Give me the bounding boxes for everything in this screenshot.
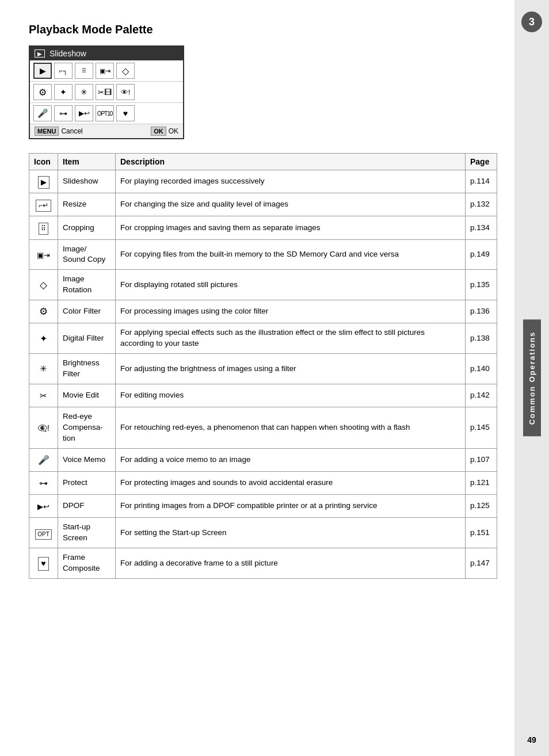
cancel-label: Cancel <box>61 127 82 135</box>
page-number: 49 <box>527 735 536 744</box>
table-cell-icon: ⠿ <box>29 216 58 239</box>
table-cell-icon: ▶ <box>29 170 58 193</box>
table-row: ◇Image RotationFor displaying rotated st… <box>29 270 497 300</box>
table-cell-icon: ✂ <box>29 384 58 407</box>
ok-group: OK OK <box>151 127 178 136</box>
table-row: ▣⇥Image/ Sound CopyFor copying files fro… <box>29 239 497 270</box>
table-cell-description: For printing images from a DPOF compatib… <box>116 495 466 518</box>
table-cell-icon: ⊶ <box>29 471 58 494</box>
palette-row-2: ⚙ ✦ ✳ ✂🎞 👁! <box>30 82 183 103</box>
table-row: ✳Brightness FilterFor adjusting the brig… <box>29 354 497 384</box>
table-cell-page: p.107 <box>466 448 497 471</box>
table-cell-page: p.132 <box>466 193 497 216</box>
palette-icon-copy[interactable]: ▣⇥ <box>96 63 114 79</box>
table-cell-item: Protect <box>58 471 116 494</box>
table-row: ⚙Color FilterFor processing images using… <box>29 300 497 323</box>
right-sidebar: 3 Common Operations 49 <box>514 0 549 756</box>
table-cell-page: p.147 <box>466 548 497 579</box>
ok-label: OK <box>169 127 178 135</box>
table-cell-icon: OPT <box>29 518 58 548</box>
col-header-item: Item <box>58 154 116 170</box>
table-cell-item: Movie Edit <box>58 384 116 407</box>
table-cell-icon: ▶↩ <box>29 495 58 518</box>
table-row: ⌐↵ResizeFor changing the size and qualit… <box>29 193 497 216</box>
table-cell-item: Resize <box>58 193 116 216</box>
palette-icon-startup[interactable]: OPT10 <box>96 105 114 121</box>
table-cell-description: For editing movies <box>116 384 466 407</box>
palette-icon-frame[interactable]: ♥ <box>116 105 135 121</box>
menu-key-badge: MENU <box>35 127 59 136</box>
table-row: OPTStart-up ScreenFor setting the Start-… <box>29 518 497 548</box>
table-row: 🎤Voice MemoFor adding a voice memo to an… <box>29 448 497 471</box>
table-row: ✂Movie EditFor editing moviesp.142 <box>29 384 497 407</box>
palette-icon-resize[interactable]: ⌐┐ <box>54 63 73 79</box>
table-cell-description: For processing images using the color fi… <box>116 300 466 323</box>
table-cell-icon: ▣⇥ <box>29 239 58 270</box>
table-cell-description: For playing recorded images successively <box>116 170 466 193</box>
col-header-icon: Icon <box>29 154 58 170</box>
table-cell-item: Slideshow <box>58 170 116 193</box>
table-cell-item: Frame Composite <box>58 548 116 579</box>
table-cell-description: For adding a decorative frame to a still… <box>116 548 466 579</box>
table-cell-description: For changing the size and quality level … <box>116 193 466 216</box>
table-row: ✦Digital FilterFor applying special effe… <box>29 323 497 354</box>
table-cell-icon: ⚙ <box>29 300 58 323</box>
table-cell-page: p.138 <box>466 323 497 354</box>
palette-icon-dpof[interactable]: ▶↩ <box>75 105 93 121</box>
cancel-group: MENU Cancel <box>35 127 83 136</box>
table-cell-description: For setting the Start-up Screen <box>116 518 466 548</box>
palette-icon-movie-edit[interactable]: ✂🎞 <box>96 84 114 100</box>
table-cell-description: For displaying rotated still pictures <box>116 270 466 300</box>
table-cell-icon: ✦ <box>29 323 58 354</box>
palette-icon-brightness[interactable]: ✳ <box>75 84 93 100</box>
table-cell-description: For adjusting the brightness of images u… <box>116 354 466 384</box>
table-row: ▶SlideshowFor playing recorded images su… <box>29 170 497 193</box>
palette-row-1: ▶ ⌐┐ ⠿ ▣⇥ ◇ <box>30 60 183 82</box>
table-cell-icon: ♥ <box>29 548 58 579</box>
table-cell-icon: 🎤 <box>29 448 58 471</box>
table-cell-item: Image Rotation <box>58 270 116 300</box>
palette-icon-color-filter[interactable]: ⚙ <box>33 84 52 100</box>
palette-icon-digital-filter[interactable]: ✦ <box>54 84 73 100</box>
table-cell-page: p.145 <box>466 407 497 449</box>
table-cell-description: For cropping images and saving them as s… <box>116 216 466 239</box>
table-row: 👁‍🗨!Red-eye Compensa- tionFor retouching… <box>29 407 497 449</box>
palette-header: ▶ Slideshow <box>30 47 183 60</box>
page-container: Playback Mode Palette ▶ Slideshow ▶ ⌐┐ ⠿… <box>0 0 549 756</box>
table-cell-page: p.125 <box>466 495 497 518</box>
table-cell-icon: ⌐↵ <box>29 193 58 216</box>
table-cell-page: p.121 <box>466 471 497 494</box>
table-cell-item: Brightness Filter <box>58 354 116 384</box>
chapter-tab: Common Operations <box>523 320 541 437</box>
palette-icon-redeye[interactable]: 👁! <box>116 84 135 100</box>
table-cell-item: DPOF <box>58 495 116 518</box>
table-cell-icon: ✳ <box>29 354 58 384</box>
table-cell-icon: 👁‍🗨! <box>29 407 58 449</box>
table-cell-page: p.149 <box>466 239 497 270</box>
table-cell-description: For applying special effects such as the… <box>116 323 466 354</box>
palette-icon-crop[interactable]: ⠿ <box>75 63 93 79</box>
palette-footer: MENU Cancel OK OK <box>30 124 183 138</box>
palette-icon-slideshow[interactable]: ▶ <box>33 63 52 79</box>
main-content: Playback Mode Palette ▶ Slideshow ▶ ⌐┐ ⠿… <box>0 0 514 756</box>
table-cell-page: p.136 <box>466 300 497 323</box>
table-cell-page: p.134 <box>466 216 497 239</box>
table-cell-item: Voice Memo <box>58 448 116 471</box>
table-cell-item: Red-eye Compensa- tion <box>58 407 116 449</box>
palette-icon-voice-memo[interactable]: 🎤 <box>33 105 52 121</box>
table-cell-item: Color Filter <box>58 300 116 323</box>
table-cell-description: For protecting images and sounds to avoi… <box>116 471 466 494</box>
palette-icon-protect[interactable]: ⊶ <box>54 105 73 121</box>
table-cell-description: For adding a voice memo to an image <box>116 448 466 471</box>
table-cell-page: p.114 <box>466 170 497 193</box>
ok-key-badge: OK <box>151 127 166 136</box>
col-header-description: Description <box>116 154 466 170</box>
palette-row-3: 🎤 ⊶ ▶↩ OPT10 ♥ <box>30 103 183 124</box>
table-cell-item: Image/ Sound Copy <box>58 239 116 270</box>
col-header-page: Page <box>466 154 497 170</box>
table-cell-page: p.142 <box>466 384 497 407</box>
table-cell-page: p.135 <box>466 270 497 300</box>
table-row: ▶↩DPOFFor printing images from a DPOF co… <box>29 495 497 518</box>
palette-icon-rotate[interactable]: ◇ <box>116 63 135 79</box>
table-cell-description: For retouching red-eyes, a phenomenon th… <box>116 407 466 449</box>
